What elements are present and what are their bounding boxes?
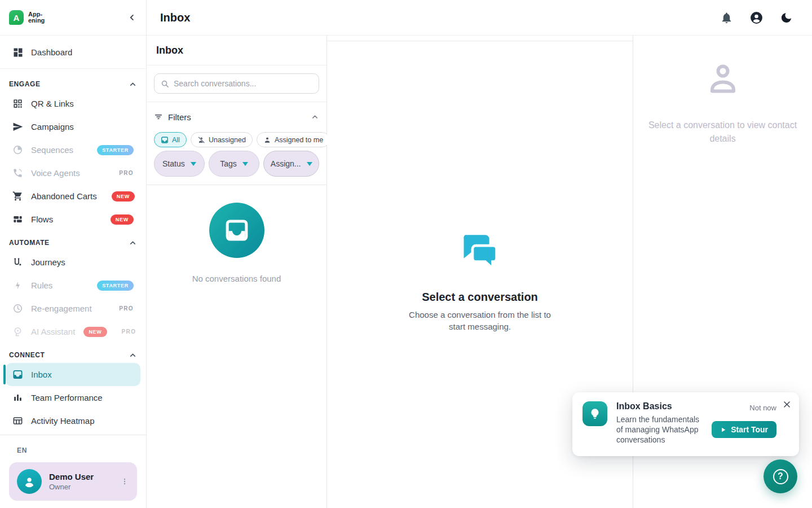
cart-icon	[12, 191, 24, 202]
sidebar-item-qr-links[interactable]: QR & Links	[6, 92, 140, 115]
section-items-engage: QR & Links Campaigns Sequences STARTER	[0, 92, 146, 231]
sidebar-item-abandoned-carts[interactable]: Abandoned Carts NEW	[6, 185, 140, 208]
sidebar-item-campaigns[interactable]: Campaigns	[6, 115, 140, 138]
onboarding-toast: Inbox Basics Learn the fundamentals of m…	[572, 392, 799, 456]
brand-name-line2: ening	[28, 17, 45, 24]
notifications-bell-icon[interactable]	[720, 11, 733, 24]
user-role: Owner	[49, 483, 94, 491]
sidebar-item-journeys[interactable]: Journeys	[6, 251, 140, 274]
dropdown-label: Tags	[220, 159, 237, 168]
user-meta: Demo User Owner	[49, 472, 94, 491]
not-now-button[interactable]: Not now	[749, 404, 776, 412]
pro-tag: PRO	[122, 329, 136, 335]
brand-logo-icon: A	[9, 10, 24, 25]
caret-down-icon	[307, 162, 312, 166]
inbox-icon	[161, 136, 169, 144]
contact-empty-text: Select a conversation to view contact de…	[641, 119, 805, 146]
sidebar-item-ai-assistant[interactable]: AI Assistant NEW PRO	[6, 320, 140, 343]
heatmap-grid-icon	[12, 415, 24, 427]
account-icon[interactable]	[749, 11, 764, 25]
search-block	[147, 65, 326, 102]
search-conversations-input[interactable]	[174, 79, 312, 88]
phone-call-icon	[12, 168, 24, 179]
dashboard-icon	[12, 47, 24, 58]
empty-state-text: No conversations found	[192, 274, 281, 283]
sidebar-nav: Dashboard ENGAGE QR & Links	[0, 36, 146, 435]
user-avatar	[17, 469, 42, 494]
play-icon	[720, 427, 726, 433]
sidebar-item-team-performance[interactable]: Team Performance	[6, 386, 140, 409]
new-badge: NEW	[111, 214, 134, 225]
section-label: ENGAGE	[9, 80, 41, 88]
start-tour-label: Start Tour	[731, 425, 768, 434]
sidebar-item-label: Flows	[31, 214, 53, 224]
start-tour-button[interactable]: Start Tour	[712, 421, 776, 438]
new-badge: NEW	[112, 191, 135, 202]
sidebar-collapse-button[interactable]	[127, 12, 137, 23]
sidebar-item-rules[interactable]: Rules STARTER	[6, 274, 140, 297]
filter-chip-label: Unassigned	[209, 136, 246, 144]
caret-down-icon	[242, 162, 248, 166]
chat-empty-state: Select a conversation Choose a conversat…	[327, 231, 633, 332]
list-panel-title: Inbox	[156, 45, 183, 56]
sidebar-logo-row: A App- ening	[0, 0, 146, 36]
chevron-up-icon[interactable]	[129, 351, 137, 360]
lightbulb-icon	[582, 401, 607, 426]
close-icon[interactable]	[782, 400, 792, 409]
chat-empty-body: Choose a conversation from the list to s…	[403, 309, 557, 332]
user-card[interactable]: Demo User Owner	[9, 462, 137, 501]
list-panel-header: Inbox	[147, 36, 326, 65]
dashboard-block: Dashboard	[0, 36, 146, 69]
assignee-dropdown[interactable]: Assign...	[263, 151, 319, 177]
dark-mode-moon-icon[interactable]	[780, 11, 793, 24]
tags-dropdown[interactable]: Tags	[209, 151, 260, 177]
sidebar-item-dashboard[interactable]: Dashboard	[6, 41, 140, 64]
page-title: Inbox	[160, 11, 190, 24]
filter-chip-assigned-to-me[interactable]: Assigned to me	[257, 132, 330, 147]
chat-bubbles-icon	[458, 231, 501, 276]
toast-content: Inbox Basics Learn the fundamentals of m…	[616, 401, 703, 445]
question-mark-icon: ?	[773, 469, 788, 484]
starter-badge: STARTER	[97, 145, 134, 155]
filter-chip-unassigned[interactable]: Unassigned	[191, 132, 253, 147]
app-root: A App- ening Dashboard	[0, 0, 812, 508]
chevron-up-icon[interactable]	[311, 113, 319, 121]
sidebar-item-label: Abandoned Carts	[31, 191, 97, 201]
filter-icon	[154, 112, 163, 121]
sidebar-item-re-engagement[interactable]: Re-engagement PRO	[6, 297, 140, 320]
brand-name: App- ening	[28, 11, 45, 24]
filter-dropdown-row: Status Tags Assign...	[154, 151, 319, 177]
sidebar-item-label: Dashboard	[31, 47, 72, 57]
chevron-up-icon[interactable]	[129, 80, 137, 89]
search-box[interactable]	[154, 73, 319, 94]
section-header-automate: AUTOMATE	[0, 237, 146, 249]
sidebar-item-label: Sequences	[31, 145, 73, 155]
filter-chip-all[interactable]: All	[154, 132, 187, 147]
clock-icon	[12, 303, 24, 314]
pro-tag: PRO	[119, 305, 134, 312]
status-dropdown[interactable]: Status	[154, 151, 205, 177]
language-selector[interactable]: EN	[9, 446, 137, 454]
flows-icon	[12, 214, 24, 225]
section-header-engage: ENGAGE	[0, 78, 146, 90]
sidebar-item-flows[interactable]: Flows NEW	[6, 208, 140, 231]
filters-header: Filters	[154, 110, 319, 124]
sidebar-item-inbox[interactable]: Inbox	[6, 363, 140, 386]
user-menu-kebab-icon[interactable]	[120, 477, 129, 486]
chevron-up-icon[interactable]	[129, 239, 137, 247]
help-fab-button[interactable]: ?	[764, 459, 797, 493]
conversation-list-empty-state: No conversations found	[147, 185, 326, 508]
dropdown-label: Assign...	[271, 159, 301, 168]
sidebar-item-sequences[interactable]: Sequences STARTER	[6, 138, 140, 161]
chat-empty-title: Select a conversation	[422, 291, 538, 304]
sidebar-item-voice-agents[interactable]: Voice Agents PRO	[6, 161, 140, 185]
starter-badge: STARTER	[97, 281, 134, 291]
sidebar-item-label: Rules	[31, 281, 52, 290]
filter-chip-label: All	[172, 136, 180, 144]
search-icon	[161, 80, 169, 88]
sidebar-item-activity-heatmap[interactable]: Activity Heatmap	[6, 409, 140, 432]
user-name: Demo User	[49, 472, 94, 481]
chevron-left-icon	[127, 12, 137, 23]
dropdown-label: Status	[162, 159, 185, 168]
chat-toolbar	[327, 36, 633, 41]
